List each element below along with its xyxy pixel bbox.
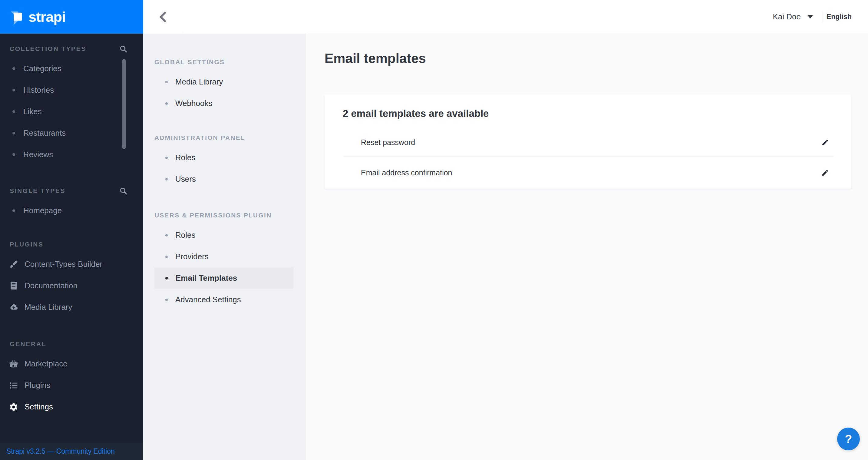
settings-item-label: Email Templates [176, 273, 237, 283]
section-collection-types: COLLECTION TYPES [0, 43, 143, 55]
sidebar-item-label: Histories [23, 85, 54, 95]
sidebar-item-label: Marketplace [25, 359, 67, 369]
bullet-icon [165, 277, 168, 279]
sidebar-footer: Strapi v3.2.5 — Community Edition [0, 443, 143, 460]
user-menu[interactable]: Kai Doe [773, 12, 801, 22]
sidebar-item-label: Reviews [23, 150, 53, 159]
sidebar-item-label: Homepage [23, 206, 62, 215]
strapi-logo[interactable]: strapi [0, 0, 143, 34]
page-title: Email templates [324, 51, 851, 66]
settings-item-label: Providers [175, 252, 209, 262]
sidebar-item-content-types-builder[interactable]: Content-Types Builder [0, 253, 143, 275]
settings-item-label: Roles [175, 231, 195, 240]
settings-item-label: Users [175, 175, 196, 184]
sidebar-item-label: Media Library [25, 303, 72, 312]
bullet-icon [165, 102, 168, 105]
sidebar-item-label: Restaurants [23, 128, 66, 138]
divider [822, 11, 822, 23]
settings-item-label: Roles [175, 153, 195, 162]
settings-item-up-roles[interactable]: Roles [154, 224, 293, 246]
sidebar-item-label: Likes [23, 107, 42, 116]
email-templates-card: 2 email templates are available Reset pa… [324, 94, 851, 189]
settings-item-providers[interactable]: Providers [154, 246, 293, 267]
bullet-icon [165, 157, 168, 159]
global-settings-label: GLOBAL SETTINGS [154, 58, 225, 66]
bullet-icon [12, 209, 15, 212]
settings-item-label: Media Library [175, 77, 223, 87]
template-row-email-confirmation[interactable]: Email address confirmation [324, 157, 851, 189]
template-row-reset-password[interactable]: Reset password [324, 128, 851, 156]
chevron-left-icon [159, 12, 166, 22]
settings-item-label: Webhooks [175, 99, 212, 108]
back-button[interactable] [143, 0, 182, 34]
sidebar-item-media-library[interactable]: Media Library [0, 297, 143, 318]
sidebar-item-documentation[interactable]: Documentation [0, 275, 143, 297]
sidebar-item-label: Content-Types Builder [25, 259, 102, 269]
sidebar-item-settings[interactable]: Settings [0, 396, 143, 418]
bullet-icon [165, 255, 168, 258]
language-selector[interactable]: English [827, 13, 851, 21]
bullet-icon [12, 89, 15, 91]
paintbrush-icon [9, 260, 18, 269]
settings-item-label: Advanced Settings [175, 295, 241, 304]
help-button[interactable]: ? [837, 428, 860, 450]
general-label: GENERAL [10, 340, 46, 348]
collection-types-label: COLLECTION TYPES [10, 45, 86, 52]
gear-icon [9, 402, 18, 411]
sidebar-item-homepage[interactable]: Homepage [0, 200, 143, 221]
sidebar-item-plugins[interactable]: Plugins [0, 375, 143, 396]
basket-icon [9, 360, 18, 369]
strapi-wordmark: strapi [28, 10, 65, 24]
user-area: Kai Doe English [773, 0, 851, 34]
settings-item-advanced-settings[interactable]: Advanced Settings [154, 289, 293, 310]
section-users-permissions-plugin: USERS & PERMISSIONS PLUGIN [154, 209, 306, 221]
topbar: Kai Doe English [143, 0, 868, 34]
caret-down-icon[interactable] [807, 15, 813, 19]
settings-item-admin-roles[interactable]: Roles [154, 147, 293, 168]
search-icon[interactable] [119, 45, 127, 53]
bullet-icon [12, 153, 15, 156]
template-name: Reset password [361, 138, 415, 147]
section-administration-panel: ADMINISTRATION PANEL [154, 132, 306, 144]
settings-item-admin-users[interactable]: Users [154, 168, 293, 190]
main-content: Email templates 2 email templates are av… [306, 34, 868, 460]
question-mark-icon: ? [845, 432, 852, 446]
edit-pencil-icon[interactable] [822, 139, 829, 146]
bullet-icon [12, 67, 15, 70]
settings-item-media-library[interactable]: Media Library [154, 71, 293, 93]
bullet-icon [12, 110, 15, 113]
single-types-label: SINGLE TYPES [10, 187, 65, 194]
bullet-icon [165, 81, 168, 83]
strapi-logo-icon [10, 9, 24, 25]
edit-pencil-icon[interactable] [822, 169, 829, 177]
search-icon[interactable] [119, 187, 127, 195]
main-sidebar: strapi COLLECTION TYPES Categories Histo… [0, 0, 143, 460]
sidebar-item-label: Categories [23, 64, 61, 73]
bullet-icon [165, 234, 168, 237]
section-single-types: SINGLE TYPES [0, 185, 143, 197]
card-title: 2 email templates are available [324, 94, 851, 128]
settings-item-webhooks[interactable]: Webhooks [154, 93, 293, 114]
sidebar-item-label: Documentation [25, 281, 78, 290]
bullet-icon [165, 178, 168, 181]
settings-item-email-templates[interactable]: Email Templates [154, 267, 293, 289]
version-link[interactable]: Strapi v3.2.5 — Community Edition [6, 447, 115, 456]
template-name: Email address confirmation [361, 168, 452, 177]
sidebar-item-marketplace[interactable]: Marketplace [0, 353, 143, 375]
cloud-upload-icon [9, 303, 18, 312]
section-plugins: PLUGINS [0, 238, 143, 250]
section-general: GENERAL [0, 338, 143, 350]
section-global-settings: GLOBAL SETTINGS [154, 56, 306, 68]
sidebar-item-label: Settings [25, 402, 53, 411]
list-icon [9, 381, 18, 390]
bullet-icon [165, 299, 168, 301]
book-icon [9, 281, 18, 290]
users-permissions-plugin-label: USERS & PERMISSIONS PLUGIN [154, 212, 272, 219]
administration-panel-label: ADMINISTRATION PANEL [154, 134, 245, 142]
bullet-icon [12, 132, 15, 134]
collection-types-scrollbar[interactable] [122, 59, 126, 149]
plugins-label: PLUGINS [10, 241, 43, 248]
settings-sidebar: GLOBAL SETTINGS Media Library Webhooks A… [143, 34, 306, 460]
sidebar-item-label: Plugins [25, 381, 50, 390]
